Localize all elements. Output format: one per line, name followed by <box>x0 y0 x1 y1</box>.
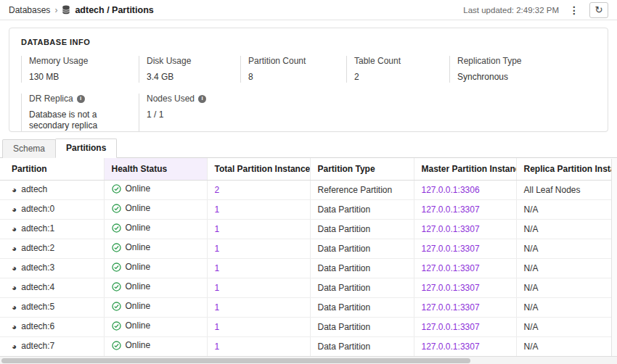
master-instance-link[interactable]: 127.0.0.1:3307 <box>422 302 480 313</box>
partition-type: Data Partition <box>310 336 414 356</box>
breadcrumb: Databases › adtech / Partitions <box>9 5 154 15</box>
instances-link[interactable]: 1 <box>215 342 220 352</box>
vertical-scrollbar[interactable] <box>611 159 617 356</box>
info-icon[interactable]: i <box>198 95 206 103</box>
master-instance-link[interactable]: 127.0.0.1:3307 <box>422 342 480 352</box>
partition-icon: ◕ <box>12 224 17 234</box>
refresh-button[interactable]: ↻ <box>589 2 608 18</box>
horizontal-scrollbar[interactable] <box>0 356 617 364</box>
partition-type: Data Partition <box>310 239 414 258</box>
table-row[interactable]: ◕adtech:1 Online 1 Data Partition 127.0.… <box>0 219 617 239</box>
master-instance-link[interactable]: 127.0.0.1:3306 <box>422 185 480 195</box>
column-header-replica-instance[interactable]: Replica Partition Instance ... <box>516 158 617 180</box>
health-status: Online <box>126 223 151 233</box>
replica-instance: N/A <box>516 199 617 219</box>
partition-icon: ◕ <box>12 302 17 313</box>
replica-instance: N/A <box>516 278 617 297</box>
partition-name: adtech:1 <box>21 223 54 233</box>
stat-label: DR Replica <box>29 94 73 104</box>
stat-value: 2 <box>354 72 449 83</box>
replica-instance: N/A <box>516 336 617 356</box>
column-header-partition-type[interactable]: Partition Type <box>310 158 414 180</box>
online-check-icon <box>112 243 121 255</box>
instances-link[interactable]: 1 <box>215 204 220 215</box>
tab-bar: Schema Partitions <box>0 138 617 158</box>
database-info-card: DATABASE INFO Memory Usage 130 MB Disk U… <box>9 28 608 132</box>
breadcrumb-databases-link[interactable]: Databases <box>9 5 50 15</box>
top-bar: Databases › adtech / Partitions Last upd… <box>0 0 617 20</box>
partition-type: Data Partition <box>310 278 414 297</box>
kebab-menu-icon[interactable]: ⋮ <box>568 4 581 16</box>
master-instance-link[interactable]: 127.0.0.1:3307 <box>422 322 480 332</box>
table-row[interactable]: ◕adtech:7 Online 1 Data Partition 127.0.… <box>0 336 617 356</box>
column-header-master-instance[interactable]: Master Partition Instance ... <box>414 158 516 180</box>
online-check-icon <box>112 262 121 274</box>
tab-partitions[interactable]: Partitions <box>55 138 117 158</box>
instances-link[interactable]: 1 <box>215 283 220 293</box>
online-check-icon <box>112 184 121 196</box>
master-instance-link[interactable]: 127.0.0.1:3307 <box>422 204 480 215</box>
partitions-table: Partition Health Status Total Partition … <box>0 158 617 357</box>
health-status: Online <box>126 340 151 350</box>
stat-value: 1 / 1 <box>147 109 240 120</box>
partition-type: Data Partition <box>310 219 414 239</box>
partition-name: adtech:6 <box>21 321 54 331</box>
column-header-health-status[interactable]: Health Status <box>104 158 207 180</box>
partition-type: Data Partition <box>310 199 414 219</box>
page-title: adtech / Partitions <box>75 5 153 15</box>
partition-icon: ◕ <box>12 322 17 332</box>
table-row[interactable]: ◕adtech:5 Online 1 Data Partition 127.0.… <box>0 297 617 317</box>
partition-name: adtech:2 <box>21 243 54 253</box>
partition-icon: ◕ <box>12 204 17 215</box>
health-status: Online <box>126 301 151 311</box>
stat-label: Partition Count <box>248 56 306 66</box>
replica-instance: N/A <box>516 317 617 336</box>
instances-link[interactable]: 1 <box>215 302 220 313</box>
replica-instance: N/A <box>516 258 617 278</box>
partition-type: Data Partition <box>310 317 414 336</box>
partition-icon: ◕ <box>12 342 17 352</box>
replica-instance: All Leaf Nodes <box>516 180 617 199</box>
table-header-row: Partition Health Status Total Partition … <box>0 158 617 180</box>
master-instance-link[interactable]: 127.0.0.1:3307 <box>422 244 480 254</box>
column-header-partition[interactable]: Partition <box>0 158 104 180</box>
partition-icon: ◕ <box>12 263 17 273</box>
table-row[interactable]: ◕adtech:0 Online 1 Data Partition 127.0.… <box>0 199 617 219</box>
top-bar-actions: Last updated: 2:49:32 PM ⋮ ↻ <box>463 2 608 18</box>
instances-link[interactable]: 1 <box>215 322 220 332</box>
master-instance-link[interactable]: 127.0.0.1:3307 <box>422 263 480 273</box>
table-row[interactable]: ◕adtech:4 Online 1 Data Partition 127.0.… <box>0 278 617 297</box>
online-check-icon <box>112 321 121 333</box>
refresh-icon: ↻ <box>595 4 603 15</box>
partition-name: adtech:0 <box>21 204 54 214</box>
stat-label: Replication Type <box>457 56 522 66</box>
stat-partition-count: Partition Count 8 <box>240 56 346 83</box>
stat-replication-type: Replication Type Synchronous <box>449 56 596 83</box>
instances-link[interactable]: 1 <box>215 263 220 273</box>
stat-label: Table Count <box>354 56 401 66</box>
tab-schema[interactable]: Schema <box>2 139 56 158</box>
instances-link[interactable]: 1 <box>215 244 220 254</box>
stat-value: 3.4 GB <box>147 72 240 83</box>
replica-instance: N/A <box>516 239 617 258</box>
table-row[interactable]: ◕adtech Online 2 Reference Partition 127… <box>0 180 617 199</box>
table-row[interactable]: ◕adtech:6 Online 1 Data Partition 127.0.… <box>0 317 617 336</box>
master-instance-link[interactable]: 127.0.0.1:3307 <box>422 224 480 234</box>
partition-icon: ◕ <box>12 244 17 254</box>
table-row[interactable]: ◕adtech:2 Online 1 Data Partition 127.0.… <box>0 239 617 258</box>
instances-link[interactable]: 1 <box>215 224 220 234</box>
instances-link[interactable]: 2 <box>215 185 220 195</box>
health-status: Online <box>126 320 151 331</box>
online-check-icon <box>112 223 121 235</box>
master-instance-link[interactable]: 127.0.0.1:3307 <box>422 283 480 293</box>
stat-label: Disk Usage <box>147 56 191 66</box>
partition-name: adtech:7 <box>21 341 54 351</box>
horizontal-scrollbar-thumb[interactable] <box>1 358 470 363</box>
partition-name: adtech:3 <box>21 262 54 273</box>
info-icon[interactable]: i <box>77 95 85 103</box>
stat-table-count: Table Count 2 <box>346 56 449 83</box>
column-header-total-instances[interactable]: Total Partition Instances <box>207 158 310 180</box>
stat-value: 130 MB <box>29 72 139 83</box>
stat-label: Nodes Used <box>147 94 195 104</box>
table-row[interactable]: ◕adtech:3 Online 1 Data Partition 127.0.… <box>0 258 617 278</box>
